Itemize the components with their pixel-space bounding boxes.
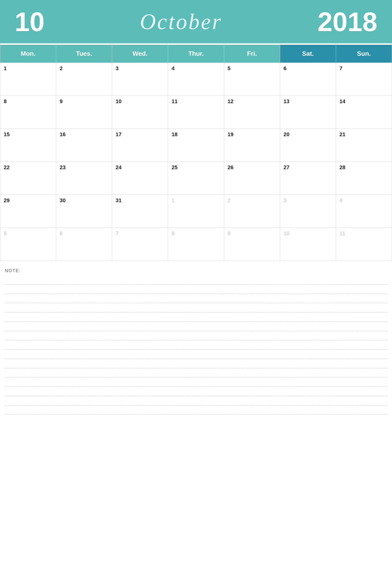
day-number: 8 [171,230,174,237]
cal-cell-w2-d3: 18 [168,129,224,162]
note-line [5,359,387,368]
day-number: 7 [115,230,118,237]
day-number: 29 [4,197,10,203]
cal-cell-w3-d0: 22 [0,162,56,195]
cal-cell-w4-d6: 4 [336,195,392,228]
day-number: 7 [339,65,342,71]
day-number: 23 [60,164,65,170]
day-number: 27 [283,164,289,170]
day-number: 1 [171,197,174,203]
day-number: 16 [60,131,65,137]
day-number: 31 [115,197,121,203]
day-number: 9 [228,230,231,237]
notes-label: NOTE: [5,268,387,273]
note-line [5,387,387,396]
note-line [5,340,387,350]
cal-cell-w3-d3: 25 [168,162,224,195]
note-line [5,396,387,405]
day-number: 28 [339,164,345,170]
day-number: 25 [171,164,177,170]
day-header-thur: Thur. [168,43,224,63]
cal-cell-w0-d1: 2 [56,63,112,96]
calendar-wrapper: 10 October 2018 Mon.Tues.Wed.Thur.Fri.Sa… [0,0,392,419]
day-number: 3 [283,197,286,203]
day-header-tues: Tues. [56,43,112,63]
day-number: 3 [115,65,118,71]
cal-cell-w1-d5: 13 [280,96,336,129]
note-line [5,350,387,359]
day-number: 30 [60,197,65,203]
day-number: 12 [228,98,234,105]
day-number: 5 [4,230,7,237]
cal-cell-w3-d2: 24 [112,162,168,195]
day-number: 5 [228,65,231,71]
cal-cell-w2-d6: 21 [336,129,392,162]
cal-cell-w5-d3: 8 [168,228,224,261]
note-line [5,377,387,387]
cal-cell-w1-d1: 9 [56,96,112,129]
cal-cell-w0-d0: 1 [0,63,56,96]
cal-cell-w1-d2: 10 [112,96,168,129]
cal-cell-w4-d5: 3 [280,195,336,228]
cal-cell-w0-d3: 4 [168,63,224,96]
day-number: 14 [339,98,345,105]
day-number: 13 [283,98,289,105]
note-line [5,405,387,415]
cal-cell-w1-d0: 8 [0,96,56,129]
day-number: 18 [171,131,177,137]
cal-cell-w3-d5: 27 [280,162,336,195]
cal-cell-w4-d2: 31 [112,195,168,228]
note-line [5,275,387,284]
day-number: 11 [339,230,345,237]
cal-cell-w5-d5: 10 [280,228,336,261]
cal-cell-w3-d6: 28 [336,162,392,195]
notes-section: NOTE: [0,261,392,419]
note-line [5,313,387,322]
cal-cell-w0-d6: 7 [336,63,392,96]
cal-cell-w1-d3: 11 [168,96,224,129]
day-header-fri: Fri. [224,43,280,63]
cal-cell-w1-d4: 12 [224,96,280,129]
note-line [5,331,387,340]
cal-cell-w0-d5: 6 [280,63,336,96]
day-number: 17 [115,131,121,137]
cal-cell-w0-d4: 5 [224,63,280,96]
cal-cell-w4-d3: 1 [168,195,224,228]
calendar-grid: 1234567891011121314151617181920212223242… [0,63,392,261]
day-number: 15 [4,131,10,137]
cal-cell-w4-d1: 30 [56,195,112,228]
cal-cell-w4-d0: 29 [0,195,56,228]
day-number: 19 [228,131,234,137]
day-number: 10 [115,98,121,105]
day-number: 1 [4,65,7,71]
day-number: 24 [115,164,121,170]
cal-cell-w4-d4: 2 [224,195,280,228]
day-number: 6 [283,65,286,71]
day-number: 10 [283,230,289,237]
day-number: 20 [283,131,289,137]
day-header-sat: Sat. [280,43,336,63]
cal-cell-w0-d2: 3 [112,63,168,96]
day-headers: Mon.Tues.Wed.Thur.Fri.Sat.Sun. [0,43,392,63]
cal-cell-w5-d2: 7 [112,228,168,261]
note-line [5,322,387,331]
day-number: 21 [339,131,345,137]
day-number: 2 [228,197,231,203]
day-number: 4 [171,65,174,71]
note-line [5,303,387,313]
day-header-sun: Sun. [336,43,392,63]
cal-cell-w2-d0: 15 [0,129,56,162]
cal-cell-w5-d0: 5 [0,228,56,261]
calendar-header: 10 October 2018 [0,0,392,43]
note-line [5,284,387,294]
day-number: 6 [60,230,63,237]
cal-cell-w2-d5: 20 [280,129,336,162]
day-number: 2 [60,65,63,71]
cal-cell-w2-d1: 16 [56,129,112,162]
note-line [5,294,387,303]
cal-cell-w5-d6: 11 [336,228,392,261]
cal-cell-w2-d2: 17 [112,129,168,162]
cal-cell-w5-d1: 6 [56,228,112,261]
day-header-mon: Mon. [0,43,56,63]
year: 2018 [318,8,377,35]
